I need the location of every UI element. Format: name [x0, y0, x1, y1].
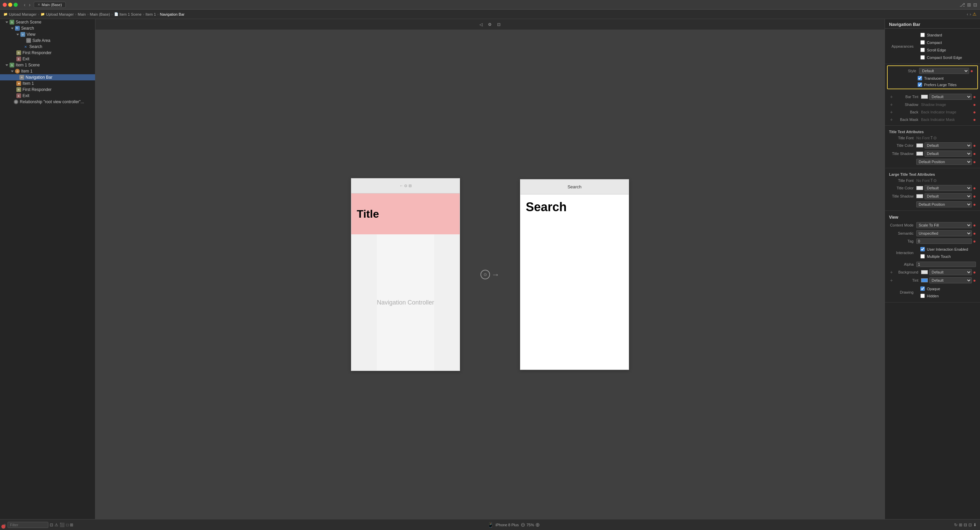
breadcrumb-main[interactable]: Main — [78, 12, 86, 16]
hidden-checkbox[interactable] — [920, 294, 925, 298]
large-title-font-btn1[interactable]: T — [930, 178, 932, 183]
translucent-checkbox[interactable] — [918, 76, 922, 80]
content-mode-reset[interactable]: ● — [973, 222, 976, 228]
prefers-large-titles-checkbox[interactable] — [918, 83, 922, 87]
tree-search[interactable]: 🔍 Search — [0, 25, 95, 31]
back-nav-icon[interactable]: ◁ — [478, 21, 484, 28]
tint-reset[interactable]: ● — [973, 278, 976, 283]
style-reset[interactable]: ● — [970, 68, 973, 74]
large-title-shadow-swatch[interactable] — [916, 194, 923, 198]
background-reset[interactable]: ● — [973, 270, 976, 275]
style-select[interactable]: Default — [919, 68, 969, 74]
title-color-swatch[interactable] — [916, 143, 923, 148]
large-title-position-select[interactable]: Default Position — [916, 201, 972, 208]
semantic-reset[interactable]: ● — [973, 231, 976, 236]
tint-add[interactable]: + — [889, 278, 894, 283]
tree-item1-child[interactable]: ★ Item 1 — [0, 80, 95, 87]
bar-tint-select[interactable]: Default — [929, 94, 972, 100]
large-title-color-select[interactable]: Default — [924, 185, 972, 191]
title-shadow-reset[interactable]: ● — [973, 151, 976, 156]
breadcrumb-warning[interactable]: ⚠ — [972, 11, 977, 17]
user-interaction-checkbox[interactable] — [920, 247, 925, 251]
large-title-shadow-select[interactable]: Default — [924, 193, 972, 199]
compact-scroll-edge-checkbox[interactable] — [920, 55, 925, 60]
tree-safe-area[interactable]: □ Safe Area — [0, 38, 95, 44]
title-shadow-swatch[interactable] — [916, 152, 923, 156]
back-add[interactable]: + — [889, 109, 894, 115]
back-mask-reset[interactable]: ● — [973, 117, 976, 122]
tint-select[interactable]: Default — [929, 277, 972, 283]
bar-tint-add[interactable]: + — [889, 94, 894, 100]
back-button[interactable]: ‹ — [22, 2, 27, 8]
title-font-btn2[interactable]: ⊙ — [933, 136, 937, 140]
align-icon[interactable]: ⊟ — [964, 522, 967, 527]
title-position-reset[interactable]: ● — [973, 159, 976, 165]
bar-tint-swatch[interactable] — [921, 95, 928, 99]
breadcrumb-prev[interactable]: ‹ — [967, 11, 968, 17]
large-title-color-reset[interactable]: ● — [973, 185, 976, 191]
grid-bottom-icon[interactable]: ⊞ — [959, 522, 962, 527]
shadow-add[interactable]: + — [889, 102, 894, 107]
inspect-icon[interactable]: ⊡ — [50, 522, 53, 527]
split-screen-icon[interactable]: ⊡ — [496, 21, 502, 28]
tree-item1[interactable]: ⊙ Item 1 — [0, 68, 95, 74]
tree-item1-scene[interactable]: S Item 1 Scene — [0, 62, 95, 68]
breadcrumb-item1[interactable]: Item 1 — [145, 12, 156, 16]
close-button[interactable] — [3, 3, 7, 7]
tree-exit-search[interactable]: E Exit — [0, 56, 95, 62]
semantic-select[interactable]: Unspecified — [916, 230, 972, 236]
tree-search-scene[interactable]: S Search Scene — [0, 19, 95, 25]
background-swatch[interactable] — [921, 270, 928, 274]
refresh-icon[interactable]: ↻ — [954, 522, 958, 527]
zoom-in-btn[interactable]: ⊕ — [535, 522, 540, 528]
multiple-touch-checkbox[interactable] — [920, 254, 925, 259]
title-color-select[interactable]: Default — [924, 142, 972, 149]
title-position-select[interactable]: Default Position — [916, 159, 972, 165]
tree-search-item[interactable]: ✕ Search — [0, 44, 95, 50]
back-reset[interactable]: ● — [973, 109, 976, 115]
standard-checkbox[interactable] — [920, 33, 925, 37]
minimize-button[interactable] — [8, 3, 12, 7]
tree-view[interactable]: V View — [0, 31, 95, 38]
title-font-btn1[interactable]: T — [930, 136, 932, 140]
grid-icon[interactable]: ⊞ — [967, 2, 971, 8]
split-icon[interactable]: ⊟ — [973, 2, 977, 8]
compact-checkbox[interactable] — [920, 40, 925, 44]
tree-exit-item1[interactable]: E Exit — [0, 93, 95, 99]
tree-relationship[interactable]: ○ Relationship "root view controller"... — [0, 99, 95, 105]
export-icon[interactable]: ⬇ — [973, 522, 977, 527]
device-icon[interactable]: 📱 — [488, 522, 493, 528]
plus-doc-icon[interactable]: ⊞ — [70, 522, 73, 527]
tag-reset[interactable]: ● — [973, 238, 976, 244]
background-add[interactable]: + — [889, 270, 894, 275]
large-title-font-btn2[interactable]: ⊙ — [933, 178, 937, 183]
breadcrumb-next[interactable]: › — [970, 11, 971, 17]
large-title-color-swatch[interactable] — [916, 186, 923, 190]
bar-tint-reset[interactable]: ● — [973, 94, 976, 100]
alpha-input[interactable] — [916, 262, 976, 267]
opaque-checkbox[interactable] — [920, 286, 925, 291]
doc-icon[interactable]: □ — [66, 522, 68, 527]
content-mode-select[interactable]: Scale To Fill — [916, 222, 972, 228]
settings-icon[interactable]: ⚙ — [487, 21, 493, 28]
active-tab[interactable]: ✕ Main (Base) — [34, 2, 65, 8]
source-control-icon[interactable]: ⎇ — [959, 2, 965, 8]
background-select[interactable]: Default — [929, 269, 972, 275]
tree-first-responder-item1[interactable]: R First Responder — [0, 87, 95, 93]
shadow-reset[interactable]: ● — [973, 102, 976, 107]
zoom-out-btn[interactable]: ⊖ — [521, 522, 525, 528]
warning-icon[interactable]: ⚠ — [54, 522, 58, 527]
back-mask-add[interactable]: + — [889, 117, 894, 122]
tree-navigation-bar[interactable]: ≡ Navigation Bar — [0, 74, 95, 80]
large-title-position-reset[interactable]: ● — [973, 202, 976, 207]
scroll-edge-checkbox[interactable] — [920, 48, 925, 52]
tint-swatch[interactable] — [921, 278, 928, 282]
filter-input[interactable] — [8, 522, 48, 528]
title-color-reset[interactable]: ● — [973, 143, 976, 148]
breadcrumb-navigation-bar[interactable]: Navigation Bar — [160, 12, 185, 16]
breadcrumb-upload-manager-2[interactable]: Upload Manager — [46, 12, 73, 16]
breadcrumb-item1-scene[interactable]: Item 1 Scene — [119, 12, 142, 16]
title-shadow-select[interactable]: Default — [924, 151, 972, 157]
pin-icon[interactable]: ⊡ — [969, 522, 972, 527]
large-title-shadow-reset[interactable]: ● — [973, 194, 976, 199]
